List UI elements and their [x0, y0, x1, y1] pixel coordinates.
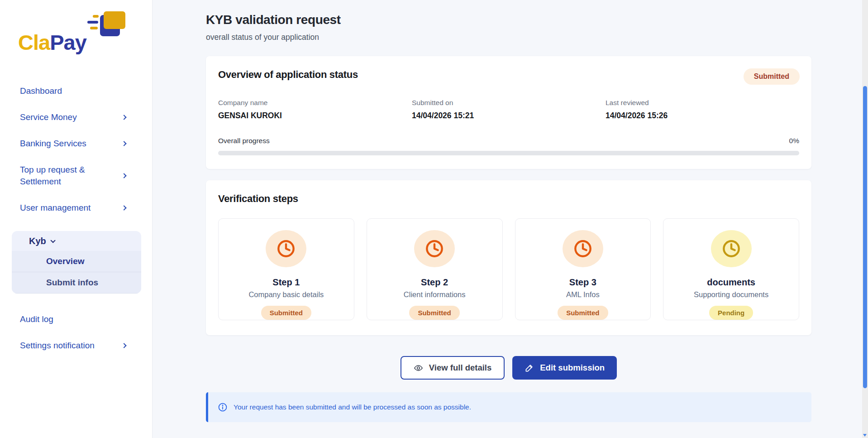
eye-icon: [414, 363, 423, 373]
actions-row: View full details Edit submission: [206, 356, 811, 380]
sidebar-kyb-section: Kyb Overview Submit infos: [12, 231, 141, 294]
progress-bar: [218, 151, 799, 155]
chevron-right-icon: [121, 343, 126, 348]
sidebar-item-settings-notification[interactable]: Settings notification: [20, 340, 126, 351]
view-full-details-button[interactable]: View full details: [401, 356, 505, 380]
sidebar: ClaPay Dashboard Service Money Banking S…: [0, 0, 153, 438]
page-title: KYB validation request: [206, 13, 811, 27]
step-status-badge: Pending: [709, 306, 753, 320]
progress-row: Overall progress 0%: [218, 137, 799, 145]
verification-steps-title: Verification steps: [218, 193, 799, 205]
clock-icon: [266, 230, 306, 267]
step-status-badge: Submitted: [261, 306, 311, 320]
sidebar-item-kyb[interactable]: Kyb: [12, 231, 141, 251]
field-last-reviewed: Last reviewed 14/04/2026 15:26: [606, 99, 799, 120]
progress-label: Overall progress: [218, 137, 270, 145]
edit-submission-button[interactable]: Edit submission: [512, 356, 617, 380]
chevron-down-icon: [50, 238, 55, 243]
sidebar-bottom-nav: Audit log Settings notification: [0, 313, 152, 351]
chevron-right-icon: [121, 205, 126, 210]
status-badge: Submitted: [744, 68, 800, 85]
sidebar-item-kyb-submit-infos[interactable]: Submit infos: [12, 272, 141, 294]
step-card-documents: documents Supporting documents Pending: [663, 218, 799, 320]
scrollbar-down-arrow-icon[interactable]: [863, 434, 867, 437]
scrollbar-track[interactable]: [862, 0, 868, 438]
sidebar-item-top-up-request-settlement[interactable]: Top up request & Settlement: [20, 164, 126, 188]
step-card-1: Step 1 Company basic details Submitted: [218, 218, 354, 320]
clock-icon: [711, 230, 752, 267]
overview-fields: Company name GENSAI KUROKI Submitted on …: [218, 99, 799, 120]
overview-card-title: Overview of application status: [218, 69, 799, 81]
chevron-right-icon: [121, 141, 126, 146]
clapay-logo[interactable]: ClaPay: [18, 10, 127, 63]
info-banner: Your request has been submitted and will…: [206, 392, 811, 422]
sidebar-item-dashboard[interactable]: Dashboard: [20, 85, 126, 97]
info-icon: [218, 402, 228, 412]
overview-status-card: Overview of application status Submitted…: [206, 56, 811, 169]
field-company-name: Company name GENSAI KUROKI: [218, 99, 412, 120]
sidebar-item-kyb-overview[interactable]: Overview: [12, 251, 141, 272]
page-subtitle: overall status of your application: [206, 33, 811, 42]
pencil-icon: [525, 363, 534, 373]
field-submitted-on: Submitted on 14/04/2026 15:21: [412, 99, 606, 120]
clock-icon: [414, 230, 455, 267]
sidebar-item-audit-log[interactable]: Audit log: [20, 313, 126, 325]
clapay-logo-icon: [87, 11, 127, 41]
step-card-2: Step 2 Client informations Submitted: [367, 218, 503, 320]
step-status-badge: Submitted: [409, 306, 459, 320]
verification-steps-card: Verification steps Step 1 Company basic …: [206, 180, 811, 335]
step-card-3: Step 3 AML Infos Submitted: [515, 218, 651, 320]
step-status-badge: Submitted: [558, 306, 608, 320]
progress-value: 0%: [789, 137, 799, 145]
kyb-submenu: Overview Submit infos: [12, 251, 141, 294]
banner-message: Your request has been submitted and will…: [234, 403, 471, 411]
sidebar-nav: Dashboard Service Money Banking Services…: [0, 70, 152, 351]
clapay-logo-text: ClaPay: [18, 30, 86, 55]
main-content: KYB validation request overall status of…: [153, 0, 868, 438]
steps-row: Step 1 Company basic details Submitted S…: [218, 218, 799, 320]
sidebar-item-user-management[interactable]: User management: [20, 202, 126, 214]
scrollbar-thumb[interactable]: [863, 86, 867, 388]
chevron-right-icon: [121, 173, 126, 178]
chevron-right-icon: [121, 115, 126, 120]
clock-icon: [563, 230, 603, 267]
sidebar-item-banking-services[interactable]: Banking Services: [20, 138, 126, 149]
sidebar-item-service-money[interactable]: Service Money: [20, 111, 126, 123]
